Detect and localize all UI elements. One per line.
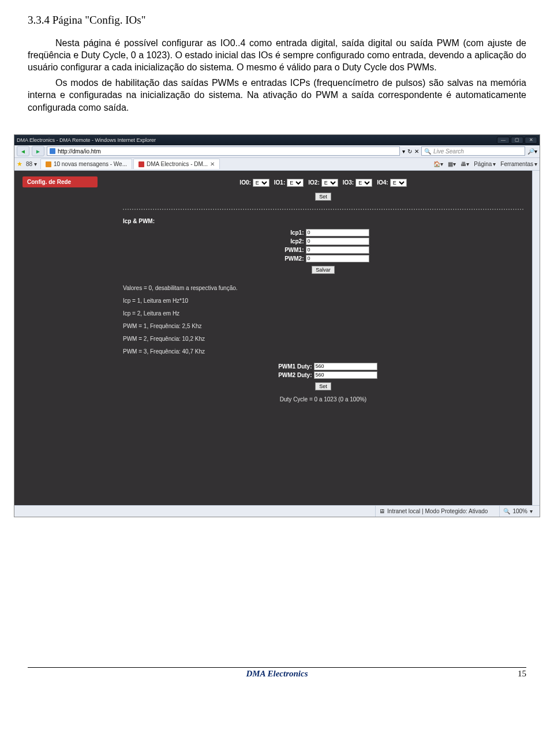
page-menu[interactable]: Página ▾ [474,161,496,167]
paragraph-2: Os modos de habilitação das saídas PWMs … [28,77,526,113]
paragraph-1: Nesta página é possível configurar as IO… [28,37,526,73]
minimize-button[interactable]: — [497,137,510,144]
home-icon[interactable]: 🏠▾ [433,161,443,167]
url-text: http://dma/io.htm [58,148,100,155]
section-heading: 3.3.4 Página "Config. IOs" [28,14,526,27]
io3-label: IO3: [343,179,354,186]
pwm2-duty-input[interactable] [314,371,377,379]
feeds-icon[interactable]: ▦▾ [448,161,456,167]
stop-icon[interactable]: ✕ [414,148,419,155]
pwm1-duty-input[interactable] [314,363,377,370]
browser-screenshot: DMA Electronics - DMA Remote - Windows I… [14,134,540,517]
io1-label: IO1: [274,179,285,186]
footer-brand: DMA Electronics [51,669,503,679]
duty-note: Duty Cycle = 0 a 1023 (0 a 100%) [123,396,523,403]
save-button[interactable]: Salvar [312,266,335,274]
io-config-row: IO0:E IO1:E IO2:E IO3:E IO4:E [123,176,523,189]
sidebar-panel-header[interactable]: Config. de Rede [23,176,98,187]
io0-label: IO0: [239,179,250,186]
print-icon[interactable]: 🖶▾ [461,161,469,167]
page-footer: DMA Electronics 15 [0,668,554,688]
note-line: Icp = 2, Leitura em Hz [123,307,523,320]
search-box[interactable]: 🔍 Live Search [421,146,525,156]
icp2-input[interactable] [306,238,369,245]
zoom-control[interactable]: 🔍 100% ▾ [499,506,536,517]
security-zone: 🖥 Intranet local | Modo Protegido: Ativa… [375,506,491,517]
note-line: PWM = 3, Frequência: 40,7 Khz [123,345,523,358]
duty-set-button[interactable]: Set [315,382,331,390]
icp1-label: Icp1: [278,230,304,236]
pwm2-input[interactable] [306,255,369,262]
dropdown-icon[interactable]: ▾ [402,148,405,155]
maximize-button[interactable]: ▢ [511,137,523,144]
search-placeholder: Live Search [433,148,464,155]
forward-button[interactable]: ► [32,146,44,156]
command-bar: ★ 88 ▾ 10 novas mensagens - We... DMA El… [14,158,540,171]
io-set-button[interactable]: Set [315,193,331,201]
note-line: Valores = 0, desabilitam a respectiva fu… [123,282,523,295]
tab-webmail[interactable]: 10 novas mensagens - We... [40,159,132,169]
page-content: Config. de Rede IO0:E IO1:E IO2:E IO3:E … [14,171,540,505]
tools-menu[interactable]: Ferramentas ▾ [500,161,537,167]
tab-icon [46,161,51,167]
notes-block: Valores = 0, desabilitam a respectiva fu… [123,282,523,358]
back-button[interactable]: ◄ [17,146,29,156]
io3-select[interactable]: E [355,179,372,187]
page-icon [50,148,55,154]
io4-label: IO4: [377,179,388,186]
pwm1-duty-label: PWM1 Duty: [269,363,312,370]
io1-select[interactable]: E [287,179,304,187]
chevron-down-icon: ▾ [530,508,533,514]
window-titlebar: DMA Electronics - DMA Remote - Windows I… [14,135,540,145]
close-button[interactable]: ✕ [525,137,537,144]
navigation-bar: ◄ ► http://dma/io.htm ▾ ↻ ✕ 🔍 Live Searc… [14,145,540,158]
pwm1-input[interactable] [306,246,369,254]
security-icon: 🖥 [379,508,385,514]
io0-select[interactable]: E [253,179,269,187]
favorites-icon[interactable]: ★ [17,160,23,168]
pwm2-duty-label: PWM2 Duty: [269,372,312,378]
pwm1-label: PWM1: [278,247,304,253]
tab-dma[interactable]: DMA Electronics - DM... ✕ [133,159,220,169]
note-line: PWM = 1, Frequência: 2,5 Khz [123,320,523,333]
divider [123,209,523,210]
window-title: DMA Electronics - DMA Remote - Windows I… [17,137,156,143]
io2-select[interactable]: E [321,179,338,187]
search-icon: 🔍 [424,148,431,155]
io4-select[interactable]: E [390,179,407,187]
io2-label: IO2: [308,179,319,186]
tab-close-icon[interactable]: ✕ [210,161,215,167]
icp2-label: Icp2: [278,238,304,245]
zoom-icon: 🔍 [503,508,510,514]
pwm2-label: PWM2: [278,255,304,262]
quick-tabs-icon[interactable]: 88 ▾ [24,161,39,167]
note-line: Icp = 1, Leitura em Hz*10 [123,295,523,307]
note-line: PWM = 2, Frequência: 10,2 Khz [123,333,523,345]
address-bar[interactable]: http://dma/io.htm [47,146,400,156]
tab-icon [138,161,144,167]
icp-pwm-heading: Icp & PWM: [123,218,523,224]
icp1-input[interactable] [306,229,369,236]
tab-label: DMA Electronics - DM... [147,161,208,167]
status-bar: 🖥 Intranet local | Modo Protegido: Ativa… [14,505,540,517]
search-go-icon[interactable]: 🔎▾ [527,148,537,155]
refresh-icon[interactable]: ↻ [407,148,412,155]
page-number: 15 [503,669,526,679]
tab-label: 10 novas mensagens - We... [54,161,127,167]
